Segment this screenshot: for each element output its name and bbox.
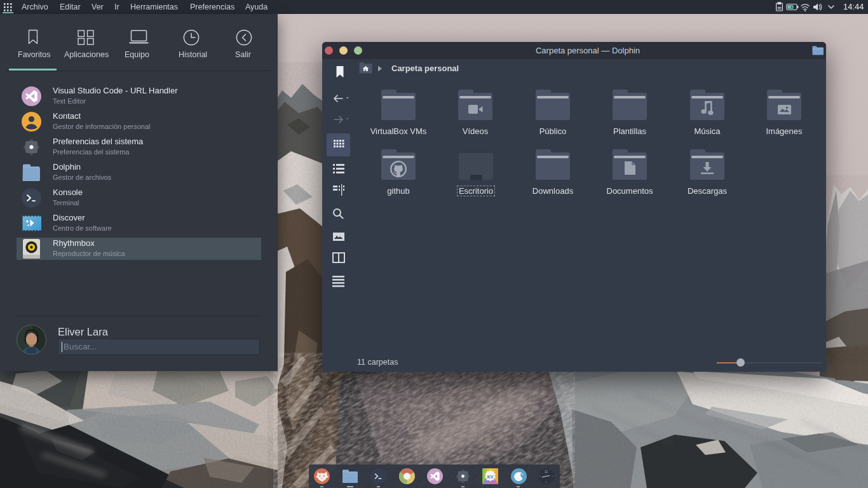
svg-text:KV: KV: [487, 475, 493, 479]
svg-text:12: 12: [545, 470, 548, 473]
